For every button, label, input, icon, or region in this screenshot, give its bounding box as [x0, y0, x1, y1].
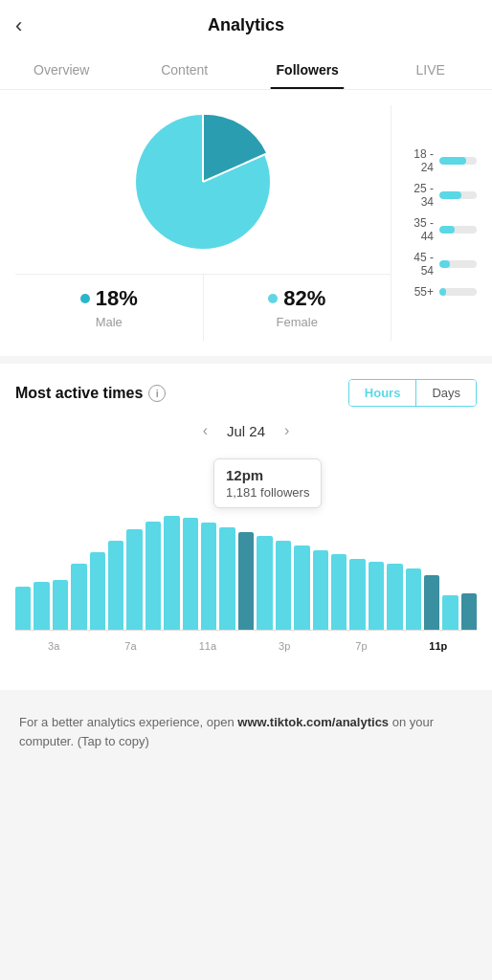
bar-column[interactable]: [257, 516, 272, 630]
bar-column[interactable]: [219, 516, 235, 630]
age-panel: 18 - 24 25 - 34 35 - 44 45 - 54 55+: [391, 105, 477, 341]
bar-column[interactable]: [183, 516, 198, 630]
next-date-button[interactable]: ›: [284, 422, 289, 439]
x-axis-labels: 3a7a11a3p7p11p: [15, 631, 477, 652]
bar-column[interactable]: [53, 516, 68, 630]
age-bar-bg: [439, 260, 477, 268]
bar-column[interactable]: [406, 516, 421, 630]
bar: [183, 518, 198, 630]
age-row: 18 - 24: [399, 147, 477, 174]
age-group-label: 55+: [399, 285, 434, 299]
bar: [238, 532, 254, 630]
bar: [276, 541, 291, 630]
bar: [313, 550, 328, 630]
bar-column[interactable]: [108, 516, 123, 630]
tooltip-time: 12pm: [226, 467, 309, 483]
section-title: Most active times i: [15, 385, 166, 402]
x-axis-label: 7p: [323, 640, 399, 652]
pie-container: 18% Male 82% Female: [15, 105, 391, 341]
bar: [34, 582, 49, 630]
bar-column[interactable]: [201, 516, 216, 630]
x-axis-label: 11p: [400, 640, 477, 652]
bar-column[interactable]: [331, 516, 347, 630]
tab-overview[interactable]: Overview: [0, 51, 123, 89]
male-pct: 18%: [23, 286, 195, 311]
x-axis-label: 3p: [246, 640, 323, 652]
bar: [424, 575, 439, 630]
bar: [219, 527, 235, 630]
active-times-section: Most active times i Hours Days ‹ Jul 24 …: [0, 364, 492, 690]
gender-section: 18% Male 82% Female 18 - 24 25 - 34 35 -…: [0, 90, 492, 356]
bar: [442, 595, 458, 630]
bar-column[interactable]: [34, 516, 49, 630]
age-row: 45 - 54: [399, 251, 477, 278]
bar-column[interactable]: [294, 516, 309, 630]
bar: [406, 568, 421, 630]
bar: [331, 554, 347, 630]
bar-column[interactable]: [461, 516, 477, 630]
age-bar-fill: [439, 288, 446, 296]
age-bar-bg: [439, 157, 477, 165]
age-group-label: 25 - 34: [399, 182, 434, 209]
age-group-label: 18 - 24: [399, 147, 434, 174]
bar: [108, 541, 123, 630]
bar: [126, 529, 142, 630]
info-icon[interactable]: i: [148, 385, 166, 402]
bar-column[interactable]: [15, 516, 31, 630]
toggle-buttons: Hours Days: [348, 379, 477, 407]
bar-column[interactable]: [276, 516, 291, 630]
prev-date-button[interactable]: ‹: [203, 422, 208, 439]
age-group-label: 35 - 44: [399, 216, 434, 243]
bar: [53, 580, 68, 630]
age-bar-fill: [439, 157, 466, 165]
back-button[interactable]: ‹: [15, 13, 22, 38]
age-bar-fill: [439, 260, 450, 268]
bar-column[interactable]: [313, 516, 328, 630]
section-header: Most active times i Hours Days: [15, 379, 477, 407]
bar-column[interactable]: [90, 516, 105, 630]
header: ‹ Analytics: [0, 0, 492, 51]
age-bar-fill: [439, 191, 461, 199]
x-axis-label: 11a: [169, 640, 246, 652]
bar: [201, 523, 216, 630]
bar-chart-wrapper: 12pm 1,181 followers 3a7a11a3p7p11p: [15, 458, 477, 675]
bar: [90, 552, 105, 630]
tab-followers[interactable]: Followers: [246, 51, 369, 89]
male-label: Male: [23, 315, 195, 329]
gender-male: 18% Male: [15, 275, 204, 341]
bar-column[interactable]: [145, 516, 161, 630]
bar-column[interactable]: [349, 516, 365, 630]
bar: [461, 593, 477, 630]
tab-content[interactable]: Content: [123, 51, 247, 89]
bar-column[interactable]: [424, 516, 439, 630]
gender-female: 82% Female: [204, 275, 391, 341]
x-axis-label: 7a: [92, 640, 168, 652]
date-nav: ‹ Jul 24 ›: [15, 422, 477, 439]
bar-column[interactable]: [369, 516, 384, 630]
bar-column[interactable]: [164, 516, 179, 630]
bar: [349, 559, 365, 630]
page-title: Analytics: [208, 15, 284, 35]
bar-column[interactable]: [387, 516, 402, 630]
bar: [294, 546, 309, 630]
age-bar-bg: [439, 288, 477, 296]
hours-toggle[interactable]: Hours: [349, 380, 416, 406]
bar-column[interactable]: [71, 516, 86, 630]
bar: [71, 564, 86, 630]
bar-column[interactable]: [126, 516, 142, 630]
tabs-bar: Overview Content Followers LIVE: [0, 51, 492, 90]
bar: [257, 536, 272, 630]
bar-column[interactable]: [238, 516, 254, 630]
footer-note[interactable]: For a better analytics experience, open …: [0, 698, 492, 766]
age-bar-fill: [439, 226, 455, 234]
female-label: Female: [212, 315, 384, 329]
tab-live[interactable]: LIVE: [369, 51, 493, 89]
days-toggle[interactable]: Days: [415, 380, 476, 406]
age-group-label: 45 - 54: [399, 251, 434, 278]
age-bar-bg: [439, 226, 477, 234]
tooltip-followers: 1,181 followers: [226, 485, 309, 500]
female-pct: 82%: [212, 286, 384, 311]
current-date: Jul 24: [227, 423, 265, 439]
bar-column[interactable]: [442, 516, 458, 630]
male-dot: [80, 294, 90, 303]
